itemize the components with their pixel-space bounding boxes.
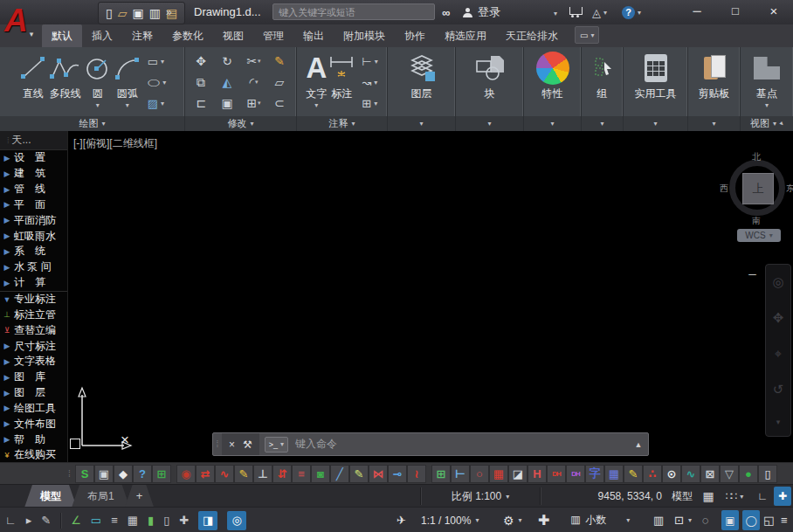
tab-layout1[interactable]: 布局1 <box>72 485 130 508</box>
tab-collaborate[interactable]: 协作 <box>395 24 435 47</box>
annotation-scale-sync-toggle[interactable]: ◯ <box>742 510 760 530</box>
pipe-flow-icon[interactable]: ⇄ <box>196 465 215 483</box>
sidebar-item-draw-tools[interactable]: ▶ 绘图工具 <box>0 401 67 417</box>
viewcube-north-label[interactable]: 北 <box>752 151 761 163</box>
sidebar-item-pipeline[interactable]: ▶ 管 线 <box>0 182 67 197</box>
doc-page-icon[interactable]: ▯ <box>758 465 777 483</box>
annotation-scale-button[interactable]: 比例 1:100▾ <box>428 487 533 506</box>
panel-label-modify[interactable]: 修改▾ <box>185 116 296 131</box>
line-button[interactable]: 直线 <box>18 47 48 101</box>
minimize-button[interactable]: ─ <box>678 0 716 24</box>
polyline-button[interactable]: 多段线 <box>48 47 83 101</box>
sign-in-button[interactable]: 登录 <box>463 0 500 24</box>
panel-dropdown-layers[interactable]: ▾ <box>388 116 455 131</box>
save-as-icon[interactable]: ▥ <box>149 6 161 20</box>
dimension-button[interactable]: 标注 <box>327 47 356 101</box>
wcs-dropdown[interactable]: WCS▾ <box>737 229 781 242</box>
ellipse-icon[interactable]: ◯ ▾ <box>148 76 167 89</box>
rectangle-icon[interactable]: ▭ ▾ <box>148 55 167 68</box>
appliance-icon[interactable]: ◙ <box>311 465 330 483</box>
panel-dropdown-group[interactable]: ▾ <box>582 116 623 131</box>
options-query-icon[interactable]: ? <box>133 465 152 483</box>
hatch-icon[interactable]: ▨ ▾ <box>148 97 167 110</box>
text-button[interactable]: A 文字 ▾ <box>306 47 327 109</box>
panel-dropdown-clipboard[interactable]: ▾ <box>688 116 740 131</box>
flex-pipe-icon[interactable]: ∿ <box>215 465 234 483</box>
pipe-edit-icon[interactable]: ✎ <box>349 465 369 483</box>
tab-insert[interactable]: 插入 <box>82 24 122 47</box>
object-lock-toggle[interactable]: ⊡▾ <box>674 510 692 530</box>
green-sphere-icon[interactable]: ● <box>739 465 758 483</box>
app-store-cart-icon[interactable] <box>569 0 583 24</box>
sidebar-item-system[interactable]: ▶ 系 统 <box>0 244 67 259</box>
ortho-toggle[interactable]: ∟ <box>755 487 770 506</box>
clean-screen-toggle[interactable]: ◱ <box>763 510 774 530</box>
riser-dim-icon[interactable]: ⊢ <box>451 465 470 483</box>
grid-small-icon[interactable]: ▦ <box>128 514 138 527</box>
sidebar-item-building[interactable]: ▶ 建 筑 <box>0 166 67 182</box>
viewcube-top-face[interactable]: 上 <box>742 173 774 204</box>
filter-icon[interactable]: ▽ <box>720 465 739 483</box>
clipboard-button[interactable]: 剪贴板 <box>699 47 730 101</box>
faucet-icon[interactable]: ⊸ <box>388 465 407 483</box>
add-cleanup-button[interactable]: ✚ <box>538 510 549 530</box>
a360-icon[interactable]: ◬▾ <box>592 0 607 24</box>
tab-output[interactable]: 输出 <box>293 24 334 47</box>
separator[interactable] <box>60 513 61 529</box>
tab-parametric[interactable]: 参数化 <box>162 24 213 47</box>
sidebar-item-library[interactable]: ▶ 图 库 <box>0 370 67 385</box>
erase-icon[interactable]: ✎ <box>267 51 293 72</box>
panel-dropdown-properties[interactable]: ▾ <box>524 116 581 131</box>
zoom-extents-icon[interactable]: ⌖ <box>775 346 782 362</box>
tab-featured[interactable]: 精选应用 <box>435 24 496 47</box>
command-grip-icon[interactable]: ⁞ <box>213 439 222 449</box>
snap-mode-toggle[interactable]: ∷∷▾ <box>720 487 749 506</box>
panel-launcher-icon[interactable]: ▾ <box>777 120 785 128</box>
viewcube[interactable]: 上 北 西 东 南 <box>728 159 786 217</box>
offset-icon[interactable]: ⊂ <box>267 93 293 114</box>
sidebar-item-file-layout[interactable]: ▶ 文件布图 <box>0 416 67 432</box>
help-search-input[interactable]: 键入关键字或短语 <box>272 3 435 20</box>
sidebar-item-dimension[interactable]: ▶ 尺寸标注 <box>0 338 67 354</box>
copy-icon[interactable]: ⧉ <box>189 72 215 93</box>
mirror-icon[interactable]: ◭ <box>215 72 241 93</box>
box-outline-icon[interactable]: ▯ <box>163 514 169 527</box>
orbit-icon[interactable]: ↺ <box>773 382 784 397</box>
zoom-scale-button[interactable]: 1:1 / 100%▾ <box>421 510 479 530</box>
label-edit-icon[interactable]: DH <box>566 465 585 483</box>
isometric-angle-icon[interactable]: ∠ <box>71 514 81 527</box>
rotate-icon[interactable]: ↻ <box>215 51 241 72</box>
ucs-corner-icon[interactable]: ∟ <box>5 514 17 527</box>
viewcube-east-label[interactable]: 东 <box>786 183 793 195</box>
pan-active-icon[interactable]: ◨ <box>198 511 217 530</box>
view-sphere-icon[interactable]: ◉ <box>176 465 196 483</box>
tab-view[interactable]: 视图 <box>213 24 253 47</box>
text-dropdown-icon[interactable]: ▾ <box>314 101 318 109</box>
panel-label-annotate[interactable]: 注释▾ <box>297 116 387 131</box>
command-prompt-icon[interactable]: >_▾ <box>265 437 288 453</box>
model-space-toggle[interactable]: 模型 <box>667 487 697 506</box>
scale-icon[interactable]: ▣ <box>215 93 241 114</box>
pan-icon[interactable]: ✥ <box>773 310 784 326</box>
full-navigation-wheel-icon[interactable]: ◎ <box>772 274 783 290</box>
basepoint-button[interactable]: 基点 ▾ <box>754 47 780 109</box>
sidebar-item-replace-riser-no[interactable]: ⊻ 查替立编 <box>0 322 67 338</box>
twt-logo-icon[interactable]: S <box>75 465 94 483</box>
panel-dropdown-block[interactable]: ▾ <box>456 116 523 131</box>
tab-addins[interactable]: 附加模块 <box>334 24 395 47</box>
sidebar-item-plan-fire[interactable]: ▶ 平面消防 <box>0 212 67 228</box>
settings-gear-button[interactable]: ⚙▾ <box>503 510 522 530</box>
red-grid-icon[interactable]: ▦ <box>489 465 508 483</box>
dim-linear-icon[interactable]: ⊢▾ <box>362 55 377 68</box>
new-file-icon[interactable]: ▯ <box>106 6 113 20</box>
command-close-icon[interactable]: × <box>229 439 235 451</box>
panel-dropdown-utilities[interactable]: ▾ <box>624 116 687 131</box>
sidebar-item-calculation[interactable]: ▶ 计 算 <box>0 275 67 291</box>
qat-more-icon[interactable]: » <box>166 6 172 18</box>
tab-model[interactable]: 模型 <box>24 485 77 508</box>
open-folder-icon[interactable]: ▱ <box>118 6 128 20</box>
viewcube-west-label[interactable]: 西 <box>720 183 728 195</box>
navbar-collapse-icon[interactable]: ▾ <box>776 418 781 426</box>
maximize-button[interactable]: □ <box>716 0 755 24</box>
dim-points-icon[interactable]: ∴ <box>643 465 662 483</box>
